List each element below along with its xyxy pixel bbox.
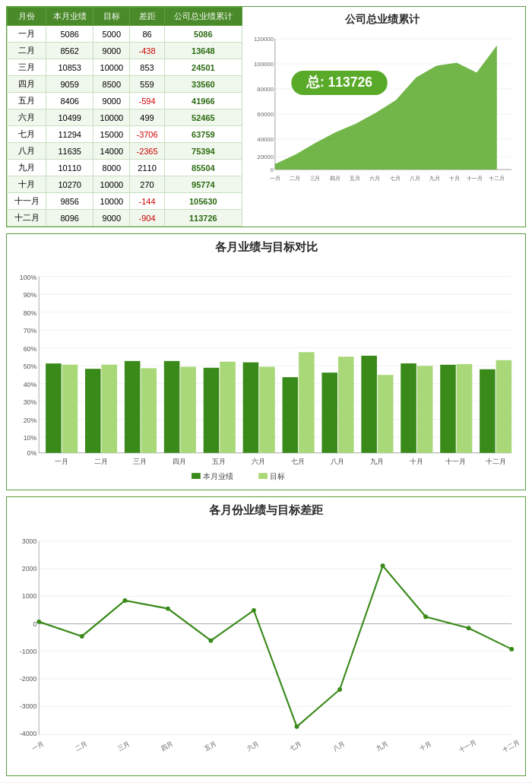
svg-text:十月: 十月 (449, 175, 460, 182)
bar-perf-2 (85, 369, 101, 453)
svg-text:-3000: -3000 (20, 702, 37, 710)
table-cell-gap: -904 (130, 210, 164, 227)
table-cell-perf: 10270 (46, 176, 93, 193)
line-dot-12 (509, 647, 514, 651)
line-dot-2 (80, 634, 84, 639)
svg-text:80%: 80% (24, 309, 37, 317)
table-cell-perf: 10110 (46, 160, 93, 176)
bar-target-10 (417, 366, 433, 452)
bar-target-9 (378, 375, 394, 453)
table-cell-cumulative: 85504 (164, 160, 242, 176)
svg-text:十月: 十月 (418, 740, 432, 753)
svg-text:20%: 20% (24, 417, 37, 424)
area-chart-wrapper: 120000 100000 80000 60000 40000 20000 0 … (245, 31, 519, 220)
svg-text:二月: 二月 (74, 740, 88, 753)
table-cell-month: 六月 (8, 109, 46, 126)
table-cell-cumulative: 33560 (164, 76, 242, 93)
line-dot-10 (423, 614, 428, 619)
bar-target-6 (259, 367, 275, 453)
svg-text:五月: 五月 (212, 458, 226, 465)
line-dot-4 (166, 607, 170, 611)
svg-rect-65 (192, 473, 201, 479)
table-cell-target: 10000 (93, 109, 130, 126)
bar-perf-10 (401, 363, 416, 453)
table-cell-month: 三月 (8, 59, 46, 76)
line-dot-1 (36, 620, 41, 624)
table-cell-target: 9000 (93, 210, 130, 227)
svg-text:40000: 40000 (257, 136, 274, 143)
table-cell-cumulative: 95774 (164, 176, 242, 193)
bar-perf-11 (440, 365, 456, 453)
table-cell-gap: 270 (130, 176, 164, 193)
col-header-target: 目标 (93, 8, 130, 26)
svg-text:120000: 120000 (254, 36, 274, 43)
svg-text:0%: 0% (27, 449, 37, 457)
line-dot-5 (208, 639, 213, 643)
table-cell-cumulative: 113726 (164, 210, 242, 227)
data-table: 月份 本月业绩 目标 差距 公司总业绩累计 一月 5086 5000 86 50… (7, 7, 242, 227)
table-cell-gap: -2365 (130, 143, 164, 160)
svg-text:三月: 三月 (310, 175, 321, 182)
svg-text:九月: 九月 (375, 740, 389, 753)
table-cell-target: 10000 (93, 59, 130, 76)
col-header-performance: 本月业绩 (46, 8, 93, 26)
table-cell-perf: 8562 (46, 43, 93, 59)
svg-text:30%: 30% (24, 398, 37, 406)
table-cell-perf: 8096 (46, 210, 93, 227)
line-dot-6 (252, 608, 256, 613)
col-header-cumulative: 公司总业绩累计 (164, 8, 242, 26)
svg-text:总: 113726: 总: 113726 (306, 74, 372, 90)
svg-text:40%: 40% (24, 381, 37, 388)
svg-text:九月: 九月 (370, 458, 384, 465)
table-cell-cumulative: 63759 (164, 126, 242, 143)
bar-perf-7 (283, 377, 299, 453)
table-cell-month: 二月 (8, 43, 46, 59)
table-cell-target: 5000 (93, 26, 130, 43)
bar-target-5 (220, 362, 236, 453)
svg-text:五月: 五月 (203, 740, 217, 753)
svg-text:十一月: 十一月 (458, 738, 477, 754)
line-dot-9 (381, 563, 385, 568)
bar-target-1 (62, 365, 78, 453)
svg-text:100000: 100000 (254, 61, 274, 68)
svg-text:六月: 六月 (252, 458, 265, 465)
table-cell-cumulative: 75394 (164, 143, 242, 160)
table-cell-month: 一月 (8, 26, 46, 43)
svg-text:九月: 九月 (429, 175, 440, 182)
svg-text:-2000: -2000 (20, 675, 37, 683)
bar-perf-4 (164, 361, 180, 453)
line-chart-title: 各月份业绩与目标差距 (13, 503, 519, 518)
svg-text:二月: 二月 (290, 175, 300, 182)
table-cell-cumulative: 13648 (164, 43, 242, 59)
svg-text:二月: 二月 (94, 458, 108, 465)
svg-text:2000: 2000 (22, 565, 37, 572)
area-chart-container: 公司总业绩累计 120000 100000 80000 60000 40000 (242, 7, 525, 227)
bar-target-8 (338, 357, 354, 453)
svg-text:八月: 八月 (331, 458, 344, 465)
svg-text:100%: 100% (20, 274, 37, 281)
svg-text:50%: 50% (24, 363, 37, 370)
table-cell-gap: 2110 (130, 160, 164, 176)
svg-text:十二月: 十二月 (486, 458, 506, 465)
top-section: 月份 本月业绩 目标 差距 公司总业绩累计 一月 5086 5000 86 50… (6, 6, 526, 227)
svg-text:-1000: -1000 (20, 648, 37, 655)
main-container: 月份 本月业绩 目标 差距 公司总业绩累计 一月 5086 5000 86 50… (0, 0, 532, 782)
bar-chart-title: 各月业绩与目标对比 (13, 240, 519, 255)
svg-text:十二月: 十二月 (489, 175, 505, 182)
svg-text:四月: 四月 (160, 740, 174, 753)
svg-text:目标: 目标 (270, 472, 285, 480)
table-cell-month: 五月 (8, 93, 46, 109)
svg-text:本月业绩: 本月业绩 (203, 472, 233, 480)
table-cell-month: 十月 (8, 176, 46, 193)
bar-target-12 (496, 360, 512, 453)
table-cell-target: 9000 (93, 43, 130, 59)
line-chart-section: 各月份业绩与目标差距 3000 2000 1000 0 -1000 -2000 … (6, 496, 526, 776)
table-cell-gap: -3706 (130, 126, 164, 143)
svg-text:20000: 20000 (257, 154, 274, 160)
table-cell-cumulative: 52465 (164, 109, 242, 126)
table-cell-gap: 559 (130, 76, 164, 93)
svg-text:四月: 四月 (330, 175, 340, 182)
table-cell-gap: 86 (130, 26, 164, 43)
table-cell-cumulative: 24501 (164, 59, 242, 76)
svg-text:80000: 80000 (257, 86, 274, 93)
